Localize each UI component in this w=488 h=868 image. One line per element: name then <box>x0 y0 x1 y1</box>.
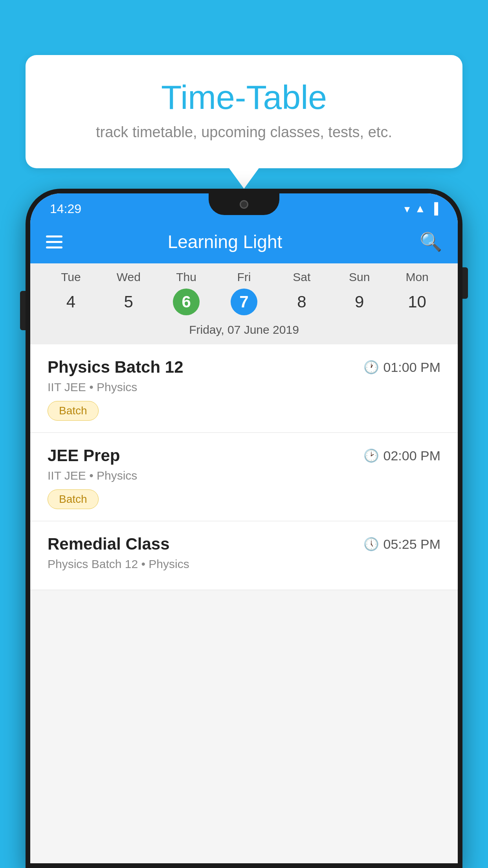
bubble-title: Time-Table <box>57 79 431 116</box>
schedule-item-1-time: 🕐 01:00 PM <box>363 360 440 375</box>
day-4[interactable]: 4 <box>57 289 84 315</box>
schedule-item-2-time: 🕑 02:00 PM <box>363 448 440 463</box>
phone-notch <box>209 193 279 215</box>
status-icons: ▾ ▲ ▐ <box>404 202 438 215</box>
schedule-item-1-title: Physics Batch 12 <box>48 358 183 377</box>
schedule-item-3-header: Remedial Class 🕔 05:25 PM <box>48 535 440 554</box>
day-label-tue: Tue <box>42 270 100 284</box>
calendar-header: Tue Wed Thu Fri Sat Sun Mon 4 5 6 7 8 9 … <box>30 263 458 344</box>
schedule-item-3[interactable]: Remedial Class 🕔 05:25 PM Physics Batch … <box>30 521 458 590</box>
camera <box>240 200 248 209</box>
batch-tag-2: Batch <box>48 489 99 509</box>
app-bar: Learning Light 🔍 <box>30 220 458 263</box>
batch-tag-1: Batch <box>48 401 99 421</box>
speech-bubble: Time-Table track timetable, upcoming cla… <box>26 55 462 168</box>
schedule-item-3-time: 🕔 05:25 PM <box>363 537 440 552</box>
battery-icon: ▐ <box>430 202 438 215</box>
app-title: Learning Light <box>78 231 404 252</box>
day-numbers: 4 5 6 7 8 9 10 <box>42 289 446 315</box>
day-label-fri: Fri <box>215 270 273 284</box>
clock-icon-3: 🕔 <box>363 537 379 552</box>
day-6-today[interactable]: 6 <box>173 289 200 315</box>
day-7-selected[interactable]: 7 <box>231 289 257 315</box>
wifi-icon: ▾ <box>404 202 410 215</box>
bubble-subtitle: track timetable, upcoming classes, tests… <box>57 124 431 141</box>
schedule-item-3-title: Remedial Class <box>48 535 170 554</box>
phone-frame: 14:29 ▾ ▲ ▐ Learning Light 🔍 Tue Wed Thu <box>26 189 462 868</box>
speech-bubble-area: Time-Table track timetable, upcoming cla… <box>26 55 462 168</box>
schedule-item-2-header: JEE Prep 🕑 02:00 PM <box>48 446 440 465</box>
schedule-item-2-time-text: 02:00 PM <box>383 448 440 463</box>
day-label-sun: Sun <box>330 270 388 284</box>
day-labels: Tue Wed Thu Fri Sat Sun Mon <box>42 270 446 284</box>
clock-icon-1: 🕐 <box>363 360 379 375</box>
day-label-wed: Wed <box>100 270 158 284</box>
day-9[interactable]: 9 <box>346 289 373 315</box>
phone-inner: 14:29 ▾ ▲ ▐ Learning Light 🔍 Tue Wed Thu <box>30 193 458 863</box>
search-icon[interactable]: 🔍 <box>420 231 442 252</box>
clock-icon-2: 🕑 <box>363 448 379 463</box>
schedule-item-3-subtitle: Physics Batch 12 • Physics <box>48 557 440 571</box>
day-label-thu: Thu <box>158 270 215 284</box>
selected-date-label: Friday, 07 June 2019 <box>42 321 446 340</box>
schedule-list: Physics Batch 12 🕐 01:00 PM IIT JEE • Ph… <box>30 344 458 590</box>
hamburger-menu[interactable] <box>46 235 62 248</box>
status-time: 14:29 <box>50 202 81 216</box>
day-5[interactable]: 5 <box>115 289 142 315</box>
day-label-sat: Sat <box>273 270 330 284</box>
day-8[interactable]: 8 <box>288 289 315 315</box>
schedule-item-2[interactable]: JEE Prep 🕑 02:00 PM IIT JEE • Physics Ba… <box>30 433 458 521</box>
schedule-item-3-time-text: 05:25 PM <box>383 537 440 552</box>
schedule-item-1-subtitle: IIT JEE • Physics <box>48 381 440 394</box>
day-10[interactable]: 10 <box>404 289 431 315</box>
schedule-item-1-time-text: 01:00 PM <box>383 360 440 375</box>
schedule-item-1-header: Physics Batch 12 🕐 01:00 PM <box>48 358 440 377</box>
signal-icon: ▲ <box>415 202 426 215</box>
schedule-item-2-subtitle: IIT JEE • Physics <box>48 469 440 482</box>
schedule-item-2-title: JEE Prep <box>48 446 120 465</box>
day-label-mon: Mon <box>388 270 446 284</box>
schedule-item-1[interactable]: Physics Batch 12 🕐 01:00 PM IIT JEE • Ph… <box>30 344 458 433</box>
